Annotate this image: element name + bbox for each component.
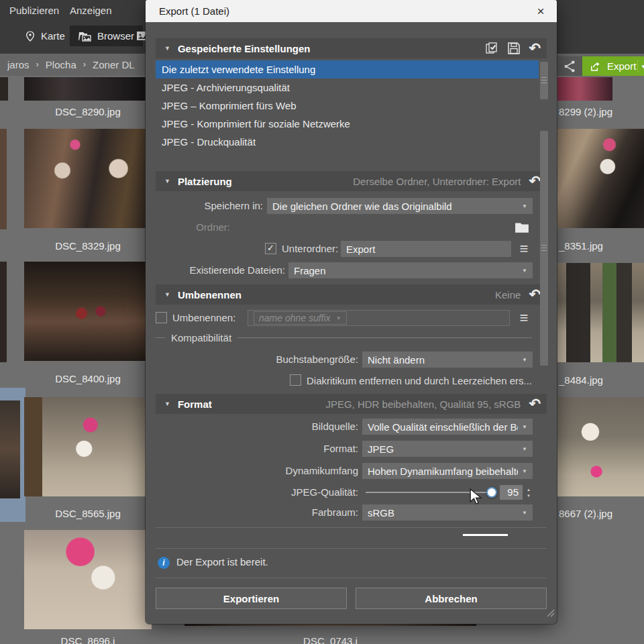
- subfolder-checkbox[interactable]: ✓: [265, 243, 276, 254]
- resize-grip[interactable]: [545, 608, 555, 617]
- rename-menu-button[interactable]: ≡: [516, 310, 532, 326]
- format-value: JPEG: [368, 443, 394, 455]
- letter-case-dropdown[interactable]: Nicht ändern ▼: [362, 352, 533, 368]
- breadcrumb-item-zoner-dl[interactable]: Zoner DL: [93, 59, 135, 70]
- menu-anzeigen[interactable]: Anzeigen: [70, 5, 112, 16]
- jpeg-quality-value[interactable]: 95: [500, 485, 523, 500]
- saved-setting-item[interactable]: JPEG - Archivierungsqualität: [156, 78, 539, 97]
- saved-setting-item[interactable]: JPEG – Komprimiert fürs Web: [156, 97, 539, 115]
- thumbnail-filename: DSC_0743.j: [184, 635, 476, 644]
- jpeg-quality-label: JPEG-Qualität:: [156, 484, 358, 500]
- section-summary: JPEG, HDR beibehalten, Qualität 95, sRGB: [325, 398, 521, 410]
- menu-publizieren[interactable]: Publizieren: [9, 5, 59, 16]
- thumbnail-dsc-8299[interactable]: [557, 77, 612, 101]
- section-placement[interactable]: ▼ Platzierung Derselbe Ordner, Unterordn…: [156, 171, 547, 191]
- thumbnail-partial[interactable]: [0, 262, 7, 362]
- thumbnail-filename: _8351.jpg: [559, 240, 639, 252]
- dialog-scrollbar-thumb[interactable]: [540, 131, 548, 366]
- thumbnail-dsc-8290[interactable]: [24, 77, 152, 101]
- spin-down-icon[interactable]: ▼: [527, 494, 531, 498]
- breadcrumb-item-jaros[interactable]: jaros: [7, 59, 30, 70]
- share-button[interactable]: [561, 58, 578, 75]
- diacritics-checkbox[interactable]: [290, 374, 301, 386]
- save-in-dropdown[interactable]: Die gleichen Ordner wie das Originalbild…: [267, 198, 533, 214]
- chevron-down-icon: ▼: [518, 446, 527, 452]
- thumbnail-dsc-8329[interactable]: [24, 129, 152, 228]
- subfolder-label: Unterordner:: [282, 241, 342, 257]
- export-status-text: Der Export ist bereit.: [176, 556, 268, 568]
- compatibility-group: Kompatibilität: [156, 332, 532, 343]
- undo-section-button[interactable]: ↶: [529, 397, 541, 411]
- thumbnail-selected-partial[interactable]: [0, 400, 20, 498]
- chevron-down-icon: ▼: [518, 510, 527, 516]
- collapse-triangle-icon: ▼: [164, 45, 170, 52]
- apply-settings-button[interactable]: [484, 42, 499, 55]
- divider: [156, 578, 547, 578]
- thumbnail-dsc-8351[interactable]: [557, 129, 644, 228]
- colorspace-value: sRGB: [368, 507, 394, 519]
- diacritics-label: Diakritikum entfernen und durch Leerzeic…: [307, 373, 538, 389]
- subfolder-input[interactable]: Export: [341, 241, 511, 257]
- image-source-dropdown[interactable]: Volle Qualität einschließlich der Bearbe…: [362, 419, 533, 435]
- save-settings-button[interactable]: [507, 42, 521, 55]
- existing-files-value: Fragen: [294, 265, 326, 276]
- folder-icon: [515, 221, 529, 233]
- subfolder-menu-button[interactable]: ≡: [516, 241, 532, 257]
- section-title: Platzierung: [178, 176, 232, 187]
- thumbnail-partial[interactable]: [0, 129, 7, 229]
- tab-karte[interactable]: Karte: [16, 25, 74, 46]
- scrollbar-grip: [541, 245, 547, 252]
- group-line: [237, 337, 532, 338]
- format-dropdown[interactable]: JPEG ▼: [362, 441, 533, 457]
- chevron-down-icon: ▼: [518, 203, 527, 209]
- export-toolbar-button[interactable]: Export: [582, 56, 644, 76]
- jpeg-quality-spinner[interactable]: ▲ ▼: [524, 485, 533, 500]
- rename-checkbox[interactable]: [156, 312, 167, 323]
- save-in-value: Die gleichen Ordner wie das Originalbild: [272, 201, 452, 212]
- thumbnail-filename: DSC_8696.j: [24, 635, 152, 644]
- chevron-right-icon: ›: [36, 59, 39, 69]
- saved-setting-item[interactable]: Die zuletzt verwendete Einstellung: [156, 60, 539, 78]
- thumbnail-filename: 8667 (2).jpg: [559, 508, 643, 519]
- section-title: Gespeicherte Einstellungen: [178, 43, 311, 54]
- chevron-down-icon: ▼: [336, 315, 341, 321]
- colorspace-dropdown[interactable]: sRGB ▼: [362, 504, 533, 521]
- thumbnail-filename: _8484.jpg: [559, 374, 639, 386]
- export-confirm-button[interactable]: Exportieren: [156, 588, 347, 609]
- dynamic-range-label: Dynamikumfang: [156, 463, 358, 479]
- list-scrollbar-thumb[interactable]: [540, 62, 548, 99]
- saved-setting-item[interactable]: JPEG - Komprimiert für soziale Netzwerke: [156, 115, 539, 133]
- section-summary: Derselbe Ordner, Unterordner: Export: [353, 176, 521, 187]
- rename-placeholder-combo: name ohne suffix ▼: [254, 311, 347, 325]
- letter-case-label: Buchstabengröße:: [156, 352, 358, 368]
- saved-setting-item[interactable]: JPEG - Druckqualität: [156, 133, 539, 151]
- thumbnail-dsc-8667[interactable]: [557, 397, 644, 496]
- close-icon[interactable]: ×: [533, 3, 549, 19]
- collapsed-section-handle[interactable]: [463, 534, 508, 536]
- dynamic-range-dropdown[interactable]: Hohen Dynamikumfang beibehalten (HDR) ▼: [362, 463, 533, 479]
- breadcrumb-item-plocha[interactable]: Plocha: [46, 59, 76, 70]
- undo-section-button[interactable]: ↶: [529, 174, 541, 188]
- thumbnail-dsc-8565[interactable]: [24, 397, 152, 496]
- section-saved-settings[interactable]: ▼ Gespeicherte Einstellungen ↶: [156, 38, 547, 58]
- jpeg-quality-slider-handle[interactable]: [486, 487, 497, 498]
- rename-pattern-input[interactable]: name ohne suffix ▼: [248, 310, 510, 326]
- section-rename[interactable]: ▼ Umbenennen Keine ↶: [156, 284, 547, 305]
- thumbnail-dsc-8400[interactable]: [24, 262, 152, 361]
- thumbnail-dsc-8696[interactable]: [24, 530, 152, 629]
- undo-section-button[interactable]: ↶: [529, 288, 541, 301]
- collapse-triangle-icon: ▼: [164, 178, 170, 184]
- existing-files-dropdown[interactable]: Fragen ▼: [288, 262, 533, 278]
- image-source-label: Bildquelle:: [156, 419, 358, 435]
- spin-up-icon[interactable]: ▲: [527, 488, 531, 492]
- cancel-button[interactable]: Abbrechen: [356, 588, 547, 609]
- thumbnail-partial[interactable]: [0, 77, 8, 101]
- thumbnail-filename: DSC_8290.jpg: [24, 106, 152, 117]
- undo-section-button[interactable]: ↶: [529, 42, 541, 55]
- dialog-titlebar[interactable]: Export (1 Datei) ×: [146, 0, 557, 22]
- section-format[interactable]: ▼ Format JPEG, HDR beibehalten, Qualität…: [156, 394, 547, 414]
- letter-case-value: Nicht ändern: [368, 354, 425, 366]
- chevron-down-icon[interactable]: ▼: [641, 64, 644, 70]
- thumbnail-dsc-8484[interactable]: [557, 263, 644, 362]
- browse-folder-button[interactable]: [513, 219, 531, 236]
